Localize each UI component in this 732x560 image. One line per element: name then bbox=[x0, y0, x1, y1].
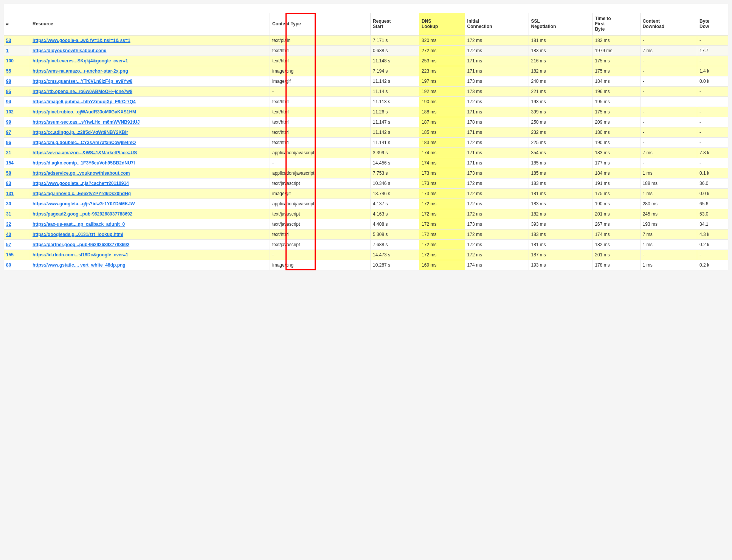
row-content-type: text/html bbox=[270, 138, 371, 148]
row-num[interactable]: 95 bbox=[4, 87, 30, 97]
table-row: 98https://cms.quantser...YTr0VLn8lzF4p_e… bbox=[4, 76, 728, 87]
col-content-type: Content Type bbox=[270, 13, 371, 35]
row-content-download: 245 ms bbox=[640, 209, 697, 219]
row-resource[interactable]: https://wms-na.amazo...r-anchor-star-2x.… bbox=[30, 66, 270, 76]
row-byte-dow: 34.1 bbox=[697, 219, 728, 230]
row-num[interactable]: 155 bbox=[4, 250, 30, 260]
col-resource: Resource bbox=[30, 13, 270, 35]
row-content-type: text/javascript bbox=[270, 219, 371, 230]
row-num[interactable]: 102 bbox=[4, 107, 30, 117]
row-dns-lookup: 188 ms bbox=[419, 107, 465, 117]
row-num[interactable]: 97 bbox=[4, 127, 30, 138]
row-num[interactable]: 1 bbox=[4, 46, 30, 56]
row-dns-lookup: 173 ms bbox=[419, 178, 465, 189]
row-resource[interactable]: https://pixel.everes...SKqkj4&google_cve… bbox=[30, 56, 270, 66]
row-resource[interactable]: https://partner.goog...pub-9629268937788… bbox=[30, 240, 270, 250]
row-resource[interactable]: https://aax-us-east....np_callback_aduni… bbox=[30, 219, 270, 230]
row-num[interactable]: 55 bbox=[4, 66, 30, 76]
row-byte-dow: 17.7 bbox=[697, 46, 728, 56]
row-num[interactable]: 154 bbox=[4, 158, 30, 168]
row-byte-dow: - bbox=[697, 97, 728, 107]
row-dns-lookup: 172 ms bbox=[419, 219, 465, 230]
row-resource[interactable]: https://image6.pubma...hlhYZmqojXp_F9rCr… bbox=[30, 97, 270, 107]
row-num[interactable]: 96 bbox=[4, 138, 30, 148]
row-resource[interactable]: https://www.googleta...g/js?id=G-1Y0ZD5M… bbox=[30, 199, 270, 209]
col-time-first-byte: Time toFirstByte bbox=[592, 13, 640, 35]
row-num[interactable]: 58 bbox=[4, 168, 30, 178]
row-resource[interactable]: https://pagead2.goog...pub-9629268937788… bbox=[30, 209, 270, 219]
row-time-first-byte: 267 ms bbox=[592, 219, 640, 230]
row-resource[interactable]: https://www.gstatic.... vert_white_48dp.… bbox=[30, 260, 270, 270]
table-row: 1https://didyouknowthisabout.com/text/ht… bbox=[4, 46, 728, 56]
row-resource[interactable]: https://cms.quantser...YTr0VLn8lzF4p_ev9… bbox=[30, 76, 270, 87]
row-ssl-negotiation: 182 ms bbox=[529, 209, 592, 219]
table-row: 97https://cc.adingo.jp...z2lf5d-VqWt9NBY… bbox=[4, 127, 728, 138]
row-content-download: - bbox=[640, 107, 697, 117]
row-num[interactable]: 31 bbox=[4, 209, 30, 219]
table-header-row: # Resource Content Type RequestStart DNS… bbox=[4, 13, 728, 35]
row-ssl-negotiation: 185 ms bbox=[529, 158, 592, 168]
row-content-type: image/gif bbox=[270, 76, 371, 87]
row-resource[interactable]: https://didyouknowthisabout.com/ bbox=[30, 46, 270, 56]
row-resource[interactable]: https://www.googleta...r.js?cache=r20110… bbox=[30, 178, 270, 189]
row-resource[interactable]: https://googleads.g...0131/zrt_lookup.ht… bbox=[30, 230, 270, 240]
row-dns-lookup: 185 ms bbox=[419, 127, 465, 138]
row-resource[interactable]: https://www.google-a...w& fv=1& nsi=1& s… bbox=[30, 35, 270, 46]
table-row: 40https://googleads.g...0131/zrt_lookup.… bbox=[4, 230, 728, 240]
col-dns-lookup: DNSLookup bbox=[419, 13, 465, 35]
row-num[interactable]: 83 bbox=[4, 178, 30, 189]
row-dns-lookup: 173 ms bbox=[419, 189, 465, 199]
row-resource[interactable]: https://id.rlcdn.com...sl18Dc&google_cve… bbox=[30, 250, 270, 260]
row-time-first-byte: 195 ms bbox=[592, 97, 640, 107]
row-request-start: 7.753 s bbox=[371, 168, 419, 178]
table-row: 83https://www.googleta...r.js?cache=r201… bbox=[4, 178, 728, 189]
row-resource[interactable]: https://cm.g.doublec...CY3sAm7afxnCowji9… bbox=[30, 138, 270, 148]
row-content-type: - bbox=[270, 250, 371, 260]
row-resource[interactable]: https://ag.innovid.c...Ee6xtvZPYrdkDs20h… bbox=[30, 189, 270, 199]
row-resource[interactable]: https://rtb.openx.ne...ro6w0ABMoOH--jcne… bbox=[30, 87, 270, 97]
col-num: # bbox=[4, 13, 30, 35]
row-resource[interactable]: https://d.agkn.com/p...1F3Y6cuVoh95BB2dN… bbox=[30, 158, 270, 168]
row-request-start: 14.473 s bbox=[371, 250, 419, 260]
row-num[interactable]: 57 bbox=[4, 240, 30, 250]
row-initial-connection: 172 ms bbox=[465, 209, 529, 219]
row-resource[interactable]: https://ssum-sec.cas...sYtwLHc_m6mWVNB91… bbox=[30, 117, 270, 127]
row-num[interactable]: 99 bbox=[4, 117, 30, 127]
row-content-type: - bbox=[270, 87, 371, 97]
row-ssl-negotiation: 181 ms bbox=[529, 35, 592, 46]
row-num[interactable]: 80 bbox=[4, 260, 30, 270]
row-resource[interactable]: https://adservice.go...youknowthisabout.… bbox=[30, 168, 270, 178]
row-dns-lookup: 174 ms bbox=[419, 158, 465, 168]
row-ssl-negotiation: 187 ms bbox=[529, 250, 592, 260]
table-row: 55https://wms-na.amazo...r-anchor-star-2… bbox=[4, 66, 728, 76]
row-resource[interactable]: https://pixel.rubico...ojWAudR33oM0GaKXS… bbox=[30, 107, 270, 117]
row-num[interactable]: 40 bbox=[4, 230, 30, 240]
row-initial-connection: 171 ms bbox=[465, 66, 529, 76]
row-request-start: 10.287 s bbox=[371, 260, 419, 270]
row-content-download: 1 ms bbox=[640, 260, 697, 270]
row-content-download: - bbox=[640, 56, 697, 66]
row-num[interactable]: 131 bbox=[4, 189, 30, 199]
row-content-download: - bbox=[640, 76, 697, 87]
row-byte-dow: 53.0 bbox=[697, 209, 728, 219]
col-request-start: RequestStart bbox=[371, 13, 419, 35]
row-dns-lookup: 173 ms bbox=[419, 168, 465, 178]
row-byte-dow: 0.2 k bbox=[697, 260, 728, 270]
row-num[interactable]: 21 bbox=[4, 148, 30, 158]
row-num[interactable]: 100 bbox=[4, 56, 30, 66]
row-dns-lookup: 172 ms bbox=[419, 240, 465, 250]
row-content-type: text/html bbox=[270, 230, 371, 240]
table-container: # Resource Content Type RequestStart DNS… bbox=[4, 13, 728, 270]
row-initial-connection: 172 ms bbox=[465, 230, 529, 240]
row-num[interactable]: 98 bbox=[4, 76, 30, 87]
row-num[interactable]: 94 bbox=[4, 97, 30, 107]
table-row: 31https://pagead2.goog...pub-96292689377… bbox=[4, 209, 728, 219]
row-num[interactable]: 32 bbox=[4, 219, 30, 230]
row-num[interactable]: 30 bbox=[4, 199, 30, 209]
row-time-first-byte: 178 ms bbox=[592, 260, 640, 270]
row-resource[interactable]: https://ws-na.amazon...&WS=1&MarketPlace… bbox=[30, 148, 270, 158]
row-request-start: 4.137 s bbox=[371, 199, 419, 209]
row-content-download: - bbox=[640, 127, 697, 138]
row-num[interactable]: 53 bbox=[4, 35, 30, 46]
row-resource[interactable]: https://cc.adingo.jp...z2lf5d-VqWt9NBY2K… bbox=[30, 127, 270, 138]
